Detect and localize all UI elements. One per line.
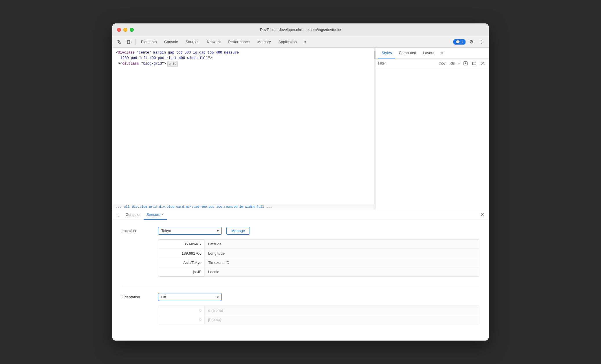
title-bar: DevTools - developer.chrome.com/tags/dev…: [112, 23, 489, 36]
svg-rect-0: [127, 41, 130, 44]
orientation-grid-row-alpha: 0 α (alpha): [158, 306, 479, 315]
svg-rect-3: [472, 62, 476, 65]
maximize-traffic-light[interactable]: [130, 28, 134, 32]
tab-layout[interactable]: Layout: [419, 48, 438, 58]
orientation-section: Orientation Off ▼ 0 α (alpha) 0: [122, 293, 479, 324]
orientation-select[interactable]: Off: [158, 293, 222, 301]
minimize-traffic-light[interactable]: [123, 28, 127, 32]
timezone-key: Timezone ID: [205, 258, 479, 267]
orientation-grid-row-beta: 0 β (beta): [158, 315, 479, 324]
code-area: <div class="center margin gap top 500 lg…: [112, 48, 374, 204]
longitude-key: Longitude: [205, 249, 479, 258]
drawer-tab-sensors[interactable]: Sensors ✕: [144, 210, 167, 220]
sensors-tab-close[interactable]: ✕: [161, 213, 164, 216]
breadcrumb-item-blog-grid[interactable]: div.blog-grid: [132, 205, 157, 209]
right-panel: Styles Computed Layout » :hov .cls +: [376, 48, 489, 210]
breadcrumb: ... ull div.blog-grid div.blog-card.md\:…: [112, 204, 374, 210]
drawer-tabs-bar: ⋮ Console Sensors ✕ ✕: [112, 210, 489, 220]
bottom-drawer: ⋮ Console Sensors ✕ ✕ Location Tokyo: [112, 210, 489, 341]
sensor-divider: [122, 286, 479, 286]
add-style-button[interactable]: +: [458, 61, 460, 66]
styles-icon-1[interactable]: [462, 60, 469, 67]
svg-rect-1: [130, 41, 131, 43]
latitude-key: Latitude: [205, 240, 479, 249]
close-traffic-light[interactable]: [117, 28, 121, 32]
location-section: Location Tokyo ▼ Manage 35.689487 Latitu…: [122, 227, 479, 277]
alpha-value[interactable]: 0: [158, 306, 205, 315]
beta-value[interactable]: 0: [158, 315, 205, 324]
location-grid-row-locale: ja-JP Locale: [158, 267, 479, 276]
traffic-lights: [117, 28, 134, 32]
scroll-thumb: [374, 51, 375, 59]
chat-badge[interactable]: 💬 1: [453, 39, 466, 45]
cls-button[interactable]: .cls: [448, 61, 456, 66]
tab-application[interactable]: Application: [275, 38, 300, 45]
location-select-wrapper: Tokyo ▼: [158, 227, 222, 235]
location-grid: 35.689487 Latitude 139.691706 Longitude …: [158, 239, 479, 277]
location-label: Location: [122, 229, 153, 233]
location-select[interactable]: Tokyo: [158, 227, 222, 235]
sensors-content: Location Tokyo ▼ Manage 35.689487 Latitu…: [112, 220, 489, 341]
breadcrumb-item-blog-card[interactable]: div.blog-card.md\:pad-400.pad-300.rounde…: [159, 205, 264, 209]
code-line-3: ▼ <div class="blog-grid"> grid: [116, 61, 370, 67]
manage-button[interactable]: Manage: [226, 227, 250, 235]
styles-toolbar: :hov .cls +: [376, 59, 489, 68]
grid-badge: grid: [167, 61, 178, 67]
drawer-close-button[interactable]: ✕: [478, 211, 486, 219]
tab-elements[interactable]: Elements: [138, 38, 160, 45]
chat-count: 1: [461, 40, 463, 44]
styles-tabs: Styles Computed Layout »: [376, 48, 489, 59]
inspector-icon[interactable]: [115, 37, 124, 47]
styles-icon-3[interactable]: [479, 60, 486, 67]
orientation-label: Orientation: [122, 295, 153, 299]
tab-more[interactable]: »: [301, 38, 310, 45]
chat-icon: 💬: [456, 40, 460, 44]
hov-button[interactable]: :hov: [438, 61, 447, 66]
devtools-toolbar: Elements Console Sources Network Perform…: [112, 36, 489, 48]
tab-performance[interactable]: Performance: [225, 38, 253, 45]
styles-icon-2[interactable]: [471, 60, 478, 67]
toolbar-separator-1: [135, 39, 136, 45]
tab-memory[interactable]: Memory: [254, 38, 274, 45]
location-grid-row-timezone: Asia/Tokyo Timezone ID: [158, 258, 479, 267]
tab-sources[interactable]: Sources: [182, 38, 203, 45]
more-menu-icon[interactable]: ⋮: [477, 37, 486, 47]
tab-styles[interactable]: Styles: [378, 48, 395, 58]
drawer-tab-console[interactable]: Console: [123, 210, 142, 220]
tab-network[interactable]: Network: [204, 38, 224, 45]
drawer-menu-button[interactable]: ⋮: [115, 212, 122, 218]
toolbar-right: 💬 1 ⚙ ⋮: [453, 37, 486, 47]
timezone-value[interactable]: Asia/Tokyo: [158, 258, 205, 267]
breadcrumb-item-ull[interactable]: ull: [124, 205, 130, 209]
orientation-select-wrapper: Off ▼: [158, 293, 222, 301]
orientation-row: Orientation Off ▼: [122, 293, 479, 301]
location-row: Location Tokyo ▼ Manage: [122, 227, 479, 235]
code-line-2: 1280 pad-left-400 pad-right-400 width-fu…: [116, 56, 370, 61]
longitude-value[interactable]: 139.691706: [158, 249, 205, 258]
devtools-window: DevTools - developer.chrome.com/tags/dev…: [112, 23, 489, 341]
beta-key: β (beta): [205, 315, 479, 324]
code-line-1: <div class="center margin gap top 500 lg…: [116, 50, 370, 56]
window-title: DevTools - developer.chrome.com/tags/dev…: [260, 27, 341, 32]
breadcrumb-item-dots[interactable]: ...: [116, 205, 122, 209]
location-grid-row-latitude: 35.689487 Latitude: [158, 240, 479, 249]
settings-icon[interactable]: ⚙: [467, 37, 476, 47]
tab-styles-more[interactable]: »: [438, 48, 447, 58]
device-toolbar-icon[interactable]: [124, 37, 134, 47]
location-grid-row-longitude: 139.691706 Longitude: [158, 249, 479, 258]
main-area: <div class="center margin gap top 500 lg…: [112, 48, 489, 210]
locale-value[interactable]: ja-JP: [158, 267, 205, 276]
locale-key: Locale: [205, 267, 479, 276]
left-panel: <div class="center margin gap top 500 lg…: [112, 48, 374, 210]
alpha-key: α (alpha): [205, 306, 479, 315]
filter-input[interactable]: [378, 61, 436, 65]
breadcrumb-scroll-more[interactable]: ...: [267, 205, 272, 209]
tab-computed[interactable]: Computed: [395, 48, 419, 58]
latitude-value[interactable]: 35.689487: [158, 240, 205, 249]
orientation-grid: 0 α (alpha) 0 β (beta): [158, 306, 479, 324]
tab-console[interactable]: Console: [161, 38, 182, 45]
